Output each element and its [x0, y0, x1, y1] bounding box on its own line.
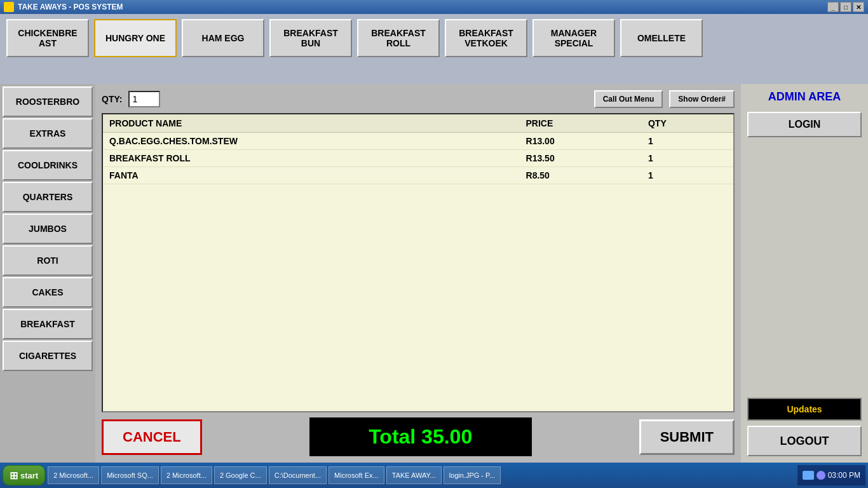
cell-qty-2: 1	[642, 167, 733, 184]
show-order-button[interactable]: Show Order#	[669, 90, 735, 108]
sidebar: ROOSTERBROEXTRASCOOLDRINKSQUARTERSJUMBOS…	[0, 84, 95, 463]
taskbar-right: 03:00 PM	[797, 465, 865, 485]
cell-price-2: R8.50	[520, 167, 642, 184]
top-menu-btn-5[interactable]: BREAKFAST VETKOEK	[445, 19, 527, 57]
taskbar-item-5[interactable]: Microsoft Ex...	[329, 466, 384, 484]
cell-qty-1: 1	[642, 150, 733, 167]
logout-button[interactable]: LOGOUT	[747, 426, 862, 456]
app-icon	[4, 2, 14, 12]
right-panel: ADMIN AREA LOGIN Updates LOGOUT	[741, 84, 868, 463]
table-row: FANTAR8.501	[103, 167, 733, 184]
order-table-container: PRODUCT NAME PRICE QTY Q.BAC.EGG.CHES.TO…	[102, 113, 735, 412]
network-icon	[803, 471, 814, 480]
title-bar: TAKE AWAYS - POS SYSTEM _ □ ✕	[0, 0, 868, 14]
maximize-button[interactable]: □	[840, 2, 851, 12]
table-row: Q.BAC.EGG.CHES.TOM.STEWR13.001	[103, 133, 733, 150]
taskbar-item-1[interactable]: Microsoft SQ...	[101, 466, 159, 484]
sidebar-btn-extras[interactable]: EXTRAS	[3, 118, 93, 149]
sidebar-btn-roosterbro[interactable]: ROOSTERBRO	[3, 86, 93, 117]
sidebar-btn-jumbos[interactable]: JUMBOS	[3, 214, 93, 244]
cell-price-1: R13.50	[520, 150, 642, 167]
call-out-menu-button[interactable]: Call Out Menu	[594, 90, 663, 108]
sidebar-btn-roti[interactable]: ROTI	[3, 245, 93, 276]
start-button[interactable]: ⊞ start	[3, 465, 45, 485]
main-panel: QTY: Call Out Menu Show Order# PRODUCT N…	[95, 84, 741, 463]
taskbar-items: 2 Microsoft...Microsoft SQ...2 Microsoft…	[48, 466, 794, 484]
taskbar-item-7[interactable]: login.JPG - P...	[444, 466, 501, 484]
sidebar-btn-cigarettes[interactable]: CIGARETTES	[3, 341, 93, 371]
cell-product-1: BREAKFAST ROLL	[103, 150, 520, 167]
cell-product-0: Q.BAC.EGG.CHES.TOM.STEW	[103, 133, 520, 150]
sidebar-btn-cooldrinks[interactable]: COOLDRINKS	[3, 150, 93, 180]
window-controls: _ □ ✕	[827, 2, 864, 12]
col-price: PRICE	[520, 114, 642, 133]
top-menu-btn-2[interactable]: HAM EGG	[182, 19, 264, 57]
top-menu: CHICKENBRE ASTHUNGRY ONEHAM EGGBREAKFAST…	[0, 14, 868, 84]
login-button[interactable]: LOGIN	[747, 112, 862, 137]
top-menu-btn-7[interactable]: OMELLETE	[620, 19, 703, 57]
cell-product-2: FANTA	[103, 167, 520, 184]
cancel-button[interactable]: CANCEL	[102, 419, 202, 455]
start-label: start	[20, 471, 38, 480]
qty-input[interactable]	[128, 91, 160, 107]
sidebar-btn-cakes[interactable]: CAKES	[3, 277, 93, 308]
top-menu-btn-0[interactable]: CHICKENBRE AST	[6, 19, 89, 57]
main-window: CHICKENBRE ASTHUNGRY ONEHAM EGGBREAKFAST…	[0, 14, 868, 463]
top-menu-btn-1[interactable]: HUNGRY ONE	[94, 19, 177, 57]
table-row: BREAKFAST ROLLR13.501	[103, 150, 733, 167]
top-menu-btn-3[interactable]: BREAKFAST BUN	[269, 19, 352, 57]
minimize-button[interactable]: _	[827, 2, 839, 12]
col-qty: QTY	[642, 114, 733, 133]
admin-area-title: ADMIN AREA	[747, 90, 862, 104]
sidebar-btn-quarters[interactable]: QUARTERS	[3, 182, 93, 212]
submit-button[interactable]: SUBMIT	[639, 419, 735, 455]
top-menu-btn-4[interactable]: BREAKFAST ROLL	[357, 19, 440, 57]
cell-qty-0: 1	[642, 133, 733, 150]
order-header: QTY: Call Out Menu Show Order#	[102, 90, 735, 108]
sidebar-btn-breakfast[interactable]: BREAKFAST	[3, 309, 93, 339]
volume-icon	[817, 471, 825, 480]
top-menu-btn-6[interactable]: MANAGER SPECIAL	[532, 19, 615, 57]
taskbar-item-4[interactable]: C:\Document...	[269, 466, 327, 484]
table-header-row: PRODUCT NAME PRICE QTY	[103, 114, 733, 133]
qty-label: QTY:	[102, 94, 122, 104]
title-text: TAKE AWAYS - POS SYSTEM	[18, 3, 123, 11]
taskbar-item-2[interactable]: 2 Microsoft...	[161, 466, 212, 484]
col-product: PRODUCT NAME	[103, 114, 520, 133]
content-area: ROOSTERBROEXTRASCOOLDRINKSQUARTERSJUMBOS…	[0, 84, 868, 463]
taskbar-time: 03:00 PM	[828, 471, 860, 480]
taskbar-item-6[interactable]: TAKE AWAY...	[386, 466, 442, 484]
total-display: Total 35.00	[309, 417, 532, 456]
taskbar-item-0[interactable]: 2 Microsoft...	[48, 466, 99, 484]
taskbar: ⊞ start 2 Microsoft...Microsoft SQ...2 M…	[0, 463, 868, 488]
bottom-controls: CANCEL Total 35.00 SUBMIT	[102, 417, 735, 456]
cell-price-0: R13.00	[520, 133, 642, 150]
close-button[interactable]: ✕	[853, 2, 864, 12]
taskbar-item-3[interactable]: 2 Google C...	[214, 466, 267, 484]
order-table: PRODUCT NAME PRICE QTY Q.BAC.EGG.CHES.TO…	[103, 114, 733, 184]
updates-button[interactable]: Updates	[747, 398, 862, 421]
